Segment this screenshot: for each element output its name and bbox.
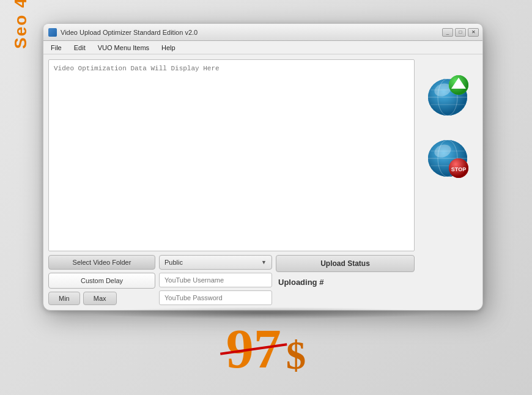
price-section: 97 $ <box>226 322 306 377</box>
menu-file[interactable]: File <box>48 43 64 53</box>
minimize-button[interactable]: _ <box>442 28 453 37</box>
app-icon <box>48 28 57 37</box>
window-shadow <box>87 307 438 319</box>
dropdown-arrow-icon: ▼ <box>261 259 267 265</box>
bottom-controls: Select Video Folder Custom Delay Min Max… <box>48 255 415 305</box>
min-button[interactable]: Min <box>48 292 80 305</box>
stop-globe-button[interactable]: STOP <box>424 133 473 182</box>
maximize-button[interactable]: □ <box>455 28 466 37</box>
menu-vuo[interactable]: VUO Menu Items <box>95 43 152 53</box>
output-textarea[interactable] <box>48 59 415 251</box>
svg-text:STOP: STOP <box>451 166 465 172</box>
uploading-number: Uploading # <box>276 275 415 287</box>
main-window: Video Upload Optimizer Standard Edition … <box>43 23 483 311</box>
window-title: Video Upload Optimizer Standard Edition … <box>61 29 198 36</box>
custom-delay-button[interactable]: Custom Delay <box>48 273 155 289</box>
right-controls-group: Upload Status Uploading # <box>276 255 415 287</box>
menu-help[interactable]: Help <box>159 43 178 53</box>
youtube-username-input[interactable] <box>159 273 272 287</box>
upload-status-label: Upload Status <box>320 259 370 268</box>
title-bar: Video Upload Optimizer Standard Edition … <box>43 24 482 41</box>
min-max-row: Min Max <box>48 292 155 305</box>
select-video-folder-button[interactable]: Select Video Folder <box>48 255 155 270</box>
upload-status-button[interactable]: Upload Status <box>276 255 415 272</box>
close-button[interactable]: ✕ <box>468 28 479 37</box>
menu-bar: File Edit VUO Menu Items Help <box>43 41 482 54</box>
left-panel: Select Video Folder Custom Delay Min Max… <box>48 59 415 305</box>
start-globe-button[interactable] <box>424 72 473 120</box>
youtube-password-input[interactable] <box>159 290 272 305</box>
menu-edit[interactable]: Edit <box>72 43 88 53</box>
window-controls: _ □ ✕ <box>442 28 479 37</box>
content-area: Select Video Folder Custom Delay Min Max… <box>43 54 482 310</box>
visibility-dropdown[interactable]: Public ▼ <box>159 255 272 270</box>
dropdown-value: Public <box>164 259 183 266</box>
price-currency: $ <box>286 323 306 375</box>
price-number: 97 <box>226 322 281 377</box>
uploading-label: Uploading # <box>278 278 323 287</box>
right-panel: STOP <box>419 59 478 305</box>
middle-controls-group: Public ▼ <box>159 255 272 305</box>
watermark: Seo 4 King .com <box>11 0 31 49</box>
left-controls-group: Select Video Folder Custom Delay Min Max <box>48 255 155 305</box>
watermark-text: Seo 4 King <box>11 0 30 49</box>
max-button[interactable]: Max <box>83 292 117 305</box>
